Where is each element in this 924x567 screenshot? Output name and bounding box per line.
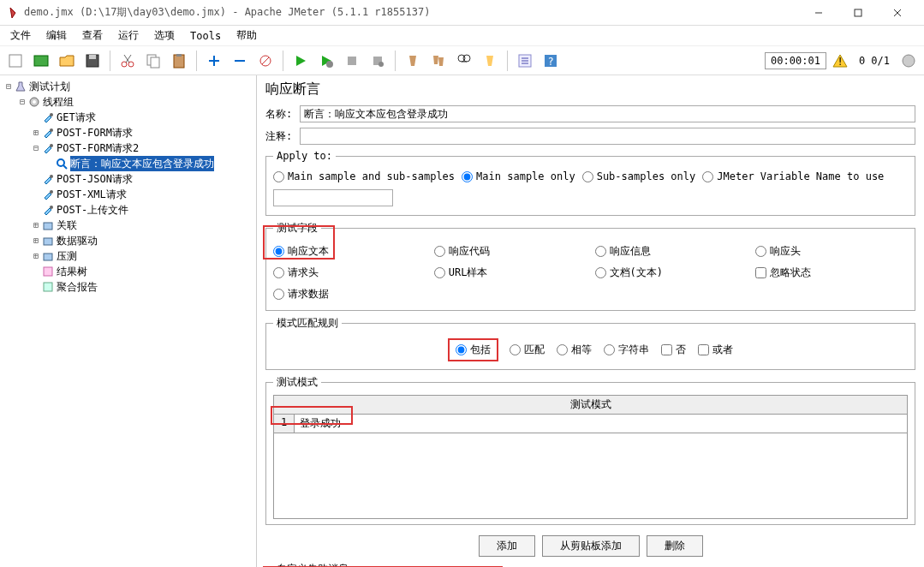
tree-label: 聚合报告 xyxy=(57,279,98,295)
test-field-option[interactable]: 响应头 xyxy=(755,244,908,259)
clear-icon[interactable] xyxy=(401,49,425,73)
toggle-icon[interactable] xyxy=(253,49,277,73)
svg-rect-48 xyxy=(44,254,52,260)
dropper-icon xyxy=(41,110,55,124)
tree-node[interactable]: 结果树 xyxy=(3,264,253,279)
test-field-option[interactable]: 响应代码 xyxy=(434,244,587,259)
svg-rect-50 xyxy=(44,283,52,291)
tree-node[interactable]: ⊞数据驱动 xyxy=(3,233,253,248)
menu-edit[interactable]: 编辑 xyxy=(39,27,74,45)
dropper-icon xyxy=(41,188,55,201)
pattern-row[interactable]: 1 登录成功 xyxy=(274,415,907,433)
save-icon[interactable] xyxy=(80,49,104,73)
tree-node[interactable]: ⊞压测 xyxy=(3,248,253,264)
match-rule-option[interactable]: 字符串 xyxy=(604,343,649,357)
add-from-clipboard-button[interactable]: 从剪贴板添加 xyxy=(542,535,640,557)
pattern-cell[interactable]: 登录成功 xyxy=(295,415,907,433)
jmeter-var-input[interactable] xyxy=(273,189,393,206)
tree-node[interactable]: ⊟线程组 xyxy=(3,94,253,110)
new-icon[interactable] xyxy=(3,49,27,73)
match-rule-option[interactable]: 或者 xyxy=(698,343,733,357)
match-rule-option[interactable]: 包括 xyxy=(449,339,498,361)
paste-icon[interactable] xyxy=(167,49,191,73)
name-input[interactable] xyxy=(300,105,915,122)
copy-icon[interactable] xyxy=(141,49,165,73)
close-button[interactable] xyxy=(878,0,917,26)
dropper-icon xyxy=(41,141,55,155)
clear-all-icon[interactable] xyxy=(426,49,450,73)
tree-toggle-icon[interactable]: ⊞ xyxy=(31,218,41,233)
apply-to-option[interactable]: Main sample only xyxy=(462,170,575,182)
tree-node[interactable]: ⊞关联 xyxy=(3,218,253,233)
tree-label: 关联 xyxy=(57,218,77,233)
expand-icon[interactable] xyxy=(202,49,226,73)
tree-label: 线程组 xyxy=(43,94,74,110)
reset-search-icon[interactable] xyxy=(478,49,502,73)
tree-node[interactable]: POST-上传文件 xyxy=(3,202,253,218)
menu-help[interactable]: 帮助 xyxy=(230,27,264,45)
stop-icon[interactable] xyxy=(340,49,364,73)
apply-to-option[interactable]: Sub-samples only xyxy=(582,170,696,182)
svg-point-39 xyxy=(50,128,53,132)
tree-node[interactable]: ⊞POST-FORM请求 xyxy=(3,125,253,140)
tree-node[interactable]: ⊟测试计划 xyxy=(3,79,253,94)
tree-toggle-icon[interactable]: ⊞ xyxy=(31,233,41,248)
flask-icon xyxy=(14,80,27,93)
delete-button[interactable]: 删除 xyxy=(647,535,703,557)
menu-options[interactable]: 选项 xyxy=(147,27,182,45)
svg-rect-7 xyxy=(89,55,96,59)
open-icon[interactable] xyxy=(55,49,79,73)
templates-icon[interactable] xyxy=(29,49,53,73)
tree-node[interactable]: POST-JSON请求 xyxy=(3,171,253,187)
search-icon[interactable] xyxy=(452,49,476,73)
tree-node[interactable]: GET请求 xyxy=(3,110,253,125)
tree-label: 断言：响应文本应包含登录成功 xyxy=(70,156,214,171)
match-rule-option[interactable]: 匹配 xyxy=(510,343,545,357)
patterns-scroll[interactable] xyxy=(273,433,908,519)
tree-toggle-icon[interactable]: ⊞ xyxy=(31,248,41,264)
test-field-option[interactable]: 忽略状态 xyxy=(755,266,908,280)
tree-node[interactable]: 聚合报告 xyxy=(3,279,253,295)
shutdown-icon[interactable] xyxy=(366,49,390,73)
add-button[interactable]: 添加 xyxy=(479,535,535,557)
menu-tools[interactable]: Tools xyxy=(183,28,228,44)
test-field-option[interactable]: 请求头 xyxy=(273,266,426,280)
tree-toggle-icon[interactable]: ⊟ xyxy=(17,94,27,110)
tree-label: 结果树 xyxy=(57,264,87,279)
start-no-timers-icon[interactable] xyxy=(314,49,338,73)
match-rule-option[interactable]: 相等 xyxy=(557,343,592,357)
tree-node[interactable]: 断言：响应文本应包含登录成功 xyxy=(3,156,253,171)
test-field-option[interactable]: 文档(文本) xyxy=(595,266,748,280)
menu-run[interactable]: 运行 xyxy=(111,27,146,45)
tree-toggle-icon[interactable]: ⊟ xyxy=(3,79,14,94)
tree-toggle-icon[interactable]: ⊞ xyxy=(31,125,41,140)
maximize-button[interactable] xyxy=(838,0,878,26)
svg-rect-4 xyxy=(9,55,21,67)
resulttree-icon xyxy=(41,265,55,278)
test-field-option[interactable]: 请求数据 xyxy=(273,287,426,301)
menu-file[interactable]: 文件 xyxy=(3,27,38,45)
match-rule-legend: 模式匹配规则 xyxy=(273,316,342,331)
gear-icon xyxy=(27,95,41,109)
test-field-option[interactable]: URL样本 xyxy=(434,266,587,280)
minimize-button[interactable] xyxy=(799,0,838,26)
box-icon xyxy=(41,234,55,248)
svg-point-45 xyxy=(50,206,53,209)
tree-node[interactable]: ⊟POST-FORM请求2 xyxy=(3,140,253,156)
start-icon[interactable] xyxy=(289,49,313,73)
help-icon[interactable]: ? xyxy=(539,49,563,73)
function-helper-icon[interactable] xyxy=(513,49,537,73)
tree-panel[interactable]: ⊟测试计划⊟线程组GET请求⊞POST-FORM请求⊟POST-FORM请求2断… xyxy=(0,75,257,567)
tree-toggle-icon[interactable]: ⊟ xyxy=(31,140,41,156)
tree-node[interactable]: POST-XML请求 xyxy=(3,187,253,202)
collapse-icon[interactable] xyxy=(228,49,252,73)
menu-view[interactable]: 查看 xyxy=(75,27,110,45)
apply-to-option[interactable]: JMeter Variable Name to use xyxy=(702,170,884,182)
apply-to-option[interactable]: Main sample and sub-samples xyxy=(273,170,455,182)
test-field-option[interactable]: 响应文本 xyxy=(273,244,426,259)
svg-rect-46 xyxy=(44,223,52,230)
cut-icon[interactable] xyxy=(116,49,140,73)
match-rule-option[interactable]: 否 xyxy=(661,343,686,357)
test-field-option[interactable]: 响应信息 xyxy=(595,244,748,259)
comment-input[interactable] xyxy=(300,128,915,145)
